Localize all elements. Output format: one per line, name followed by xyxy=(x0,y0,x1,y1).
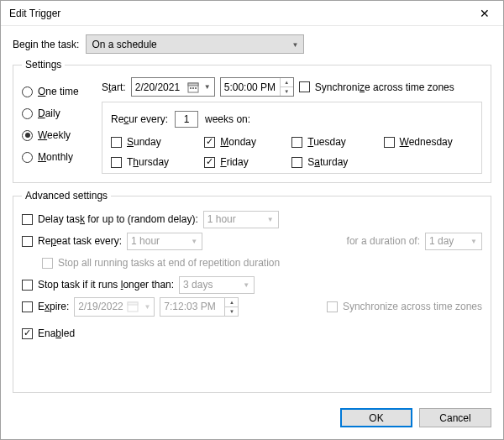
close-icon: ✕ xyxy=(480,7,490,20)
titlebar: Edit Trigger ✕ xyxy=(1,1,503,26)
radio-icon xyxy=(22,152,33,163)
start-date-input[interactable]: 2/20/2021 ▼ xyxy=(131,77,215,97)
repeat-label: Repeat task every: xyxy=(38,235,122,247)
svg-rect-4 xyxy=(195,87,197,89)
expire-row: Expire: 2/19/2022 ▼ 7:12:03 PM ▲ ▼ xyxy=(22,296,482,317)
checkbox-icon xyxy=(22,280,33,291)
begin-task-value: On a schedule xyxy=(92,39,156,50)
day-friday[interactable]: Friday xyxy=(204,156,276,168)
delay-label: Delay task for up to (random delay): xyxy=(38,213,198,225)
start-label: Start: xyxy=(102,81,126,93)
weekly-detail-box: Recur every: 1 weeks on: Sunday xyxy=(102,102,482,174)
time-spinner[interactable]: ▲ ▼ xyxy=(280,78,293,96)
checkbox-icon xyxy=(22,214,33,225)
close-button[interactable]: ✕ xyxy=(465,1,503,26)
calendar-icon xyxy=(187,81,199,93)
checkbox-icon xyxy=(22,301,33,312)
sync-tz-checkbox[interactable]: Synchronize across time zones xyxy=(299,81,454,93)
svg-rect-1 xyxy=(188,83,198,86)
delay-value: 1 hour xyxy=(207,213,236,225)
delay-row: Delay task for up to (random delay): 1 h… xyxy=(22,208,482,230)
day-thursday[interactable]: Thursday xyxy=(111,156,189,168)
spin-up-icon: ▲ xyxy=(225,298,238,307)
expire-date-input[interactable]: 2/19/2022 ▼ xyxy=(74,297,155,317)
stop-running-checkbox: Stop all running tasks at end of repetit… xyxy=(42,257,280,269)
stop-long-combo[interactable]: 3 days ▼ xyxy=(179,276,255,294)
recur-pre-label: Recur every: xyxy=(111,113,168,125)
duration-value: 1 day xyxy=(429,235,454,247)
checkbox-icon xyxy=(299,81,310,92)
checkbox-icon xyxy=(291,137,302,148)
window-title: Edit Trigger xyxy=(9,8,465,19)
radio-monthly[interactable]: Monthly xyxy=(22,146,102,168)
day-friday-label: Friday xyxy=(220,156,248,168)
sync-tz-label: Synchronize across time zones xyxy=(315,81,454,93)
stop-running-row: Stop all running tasks at end of repetit… xyxy=(42,252,482,274)
stop-long-row: Stop task if it runs longer than: 3 days… xyxy=(22,274,482,296)
expire-time-value: 7:12:03 PM xyxy=(164,301,215,312)
recur-row: Recur every: 1 weeks on: xyxy=(111,111,473,128)
checkbox-icon xyxy=(291,157,302,168)
sync-tz2-checkbox: Synchronize across time zones xyxy=(327,301,482,312)
stop-long-label: Stop task if it runs longer than: xyxy=(38,279,174,291)
recur-post-label: weeks on: xyxy=(205,113,250,125)
day-sunday-label: Sunday xyxy=(127,136,161,148)
delay-checkbox[interactable]: Delay task for up to (random delay): xyxy=(22,213,198,225)
repeat-value: 1 hour xyxy=(131,235,160,247)
radio-daily[interactable]: Daily xyxy=(22,102,102,124)
svg-rect-3 xyxy=(192,87,194,89)
svg-rect-2 xyxy=(190,87,192,89)
radio-weekly-label: Weekly xyxy=(38,129,71,141)
begin-task-row: Begin the task: On a schedule ▼ xyxy=(13,34,491,54)
stop-running-label: Stop all running tasks at end of repetit… xyxy=(58,257,280,269)
radio-one-time-label: One time xyxy=(38,86,79,97)
stop-long-value: 3 days xyxy=(183,279,213,291)
day-tuesday[interactable]: Tuesday xyxy=(291,136,368,148)
radio-weekly[interactable]: Weekly xyxy=(22,124,102,146)
day-saturday[interactable]: Saturday xyxy=(291,156,368,168)
chevron-down-icon: ▼ xyxy=(291,40,298,48)
begin-task-dropdown[interactable]: On a schedule ▼ xyxy=(86,34,304,54)
checkbox-icon xyxy=(204,137,215,148)
cancel-button[interactable]: Cancel xyxy=(419,408,491,427)
ok-button[interactable]: OK xyxy=(340,408,412,427)
radio-icon xyxy=(22,108,33,119)
delay-combo[interactable]: 1 hour ▼ xyxy=(203,211,279,228)
chevron-down-icon: ▼ xyxy=(470,238,477,245)
repeat-combo[interactable]: 1 hour ▼ xyxy=(127,233,202,250)
ok-label: OK xyxy=(369,412,383,424)
day-monday[interactable]: Monday xyxy=(204,136,276,148)
edit-trigger-dialog: Edit Trigger ✕ Begin the task: On a sche… xyxy=(0,0,504,440)
start-row: Start: 2/20/2021 ▼ 5:00:00 PM ▲ xyxy=(102,77,482,97)
expire-checkbox[interactable]: Expire: xyxy=(22,301,69,312)
schedule-panel: Start: 2/20/2021 ▼ 5:00:00 PM ▲ xyxy=(102,77,482,174)
recur-number-value: 1 xyxy=(184,113,190,125)
enabled-row: Enabled xyxy=(22,322,482,344)
advanced-group: Advanced settings Delay task for up to (… xyxy=(13,190,491,393)
duration-label: for a duration of: xyxy=(347,235,420,247)
enabled-checkbox[interactable]: Enabled xyxy=(22,327,75,339)
radio-one-time[interactable]: One time xyxy=(22,81,102,102)
day-thursday-label: Thursday xyxy=(127,156,169,168)
chevron-down-icon: ▼ xyxy=(144,303,150,311)
day-sunday[interactable]: Sunday xyxy=(111,136,189,148)
radio-daily-label: Daily xyxy=(38,107,60,119)
checkbox-icon xyxy=(111,137,122,148)
day-wednesday[interactable]: Wednesday xyxy=(384,136,473,148)
checkbox-icon xyxy=(111,157,122,168)
start-time-input[interactable]: 5:00:00 PM ▲ ▼ xyxy=(220,77,294,97)
duration-combo[interactable]: 1 day ▼ xyxy=(425,233,482,250)
time-spinner[interactable]: ▲ ▼ xyxy=(224,298,238,316)
repeat-checkbox[interactable]: Repeat task every: xyxy=(22,235,122,247)
chevron-down-icon: ▼ xyxy=(243,281,249,289)
expire-time-input[interactable]: 7:12:03 PM ▲ ▼ xyxy=(160,297,239,317)
radio-monthly-label: Monthly xyxy=(38,151,73,163)
dialog-buttons: OK Cancel xyxy=(1,400,503,439)
day-saturday-label: Saturday xyxy=(307,156,348,168)
sync-tz2-label: Synchronize across time zones xyxy=(343,301,482,312)
chevron-down-icon: ▼ xyxy=(191,238,197,245)
chevron-down-icon: ▼ xyxy=(204,83,211,91)
stop-long-checkbox[interactable]: Stop task if it runs longer than: xyxy=(22,279,174,291)
day-tuesday-label: Tuesday xyxy=(307,136,346,148)
recur-number-input[interactable]: 1 xyxy=(175,111,198,128)
